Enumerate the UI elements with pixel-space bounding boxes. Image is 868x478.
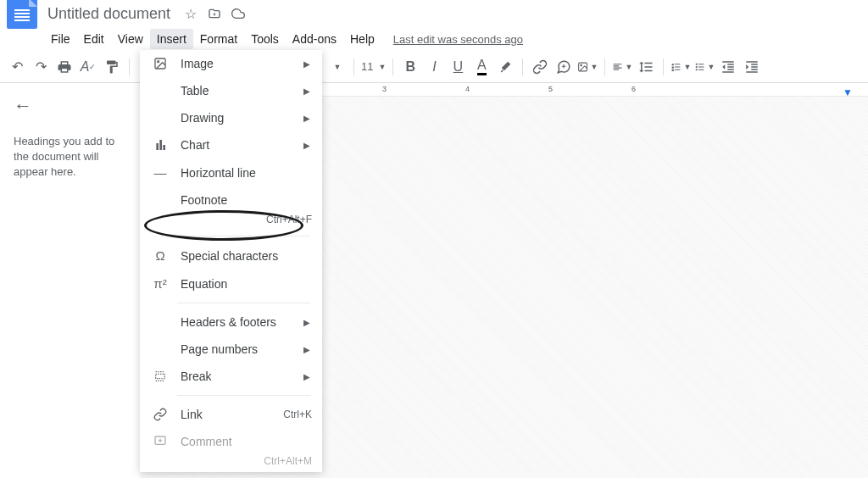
star-icon[interactable]: ☆ [184, 7, 198, 20]
insert-comment-icon[interactable] [554, 57, 574, 77]
insert-dropdown-menu: Image ▶ Table ▶ Drawing ▶ Chart ▶ — Hori… [140, 50, 322, 472]
menu-item-link[interactable]: Link Ctrl+K [140, 401, 322, 428]
menu-item-break[interactable]: Break ▶ [140, 363, 322, 390]
chevron-right-icon: ▶ [303, 141, 310, 150]
svg-point-3 [696, 65, 698, 67]
align-icon[interactable]: ▼ [612, 57, 632, 77]
menu-view[interactable]: View [111, 29, 150, 49]
increase-indent-icon[interactable] [742, 57, 762, 77]
highlight-icon[interactable] [495, 57, 515, 77]
menu-item-headers-footers[interactable]: Headers & footers ▶ [140, 308, 322, 336]
menu-item-chart[interactable]: Chart ▶ [140, 131, 322, 158]
italic-icon[interactable]: I [424, 57, 444, 77]
line-spacing-icon[interactable] [636, 57, 656, 77]
menu-item-footnote[interactable]: Footnote [140, 186, 322, 214]
svg-point-1 [581, 64, 582, 66]
menu-item-table[interactable]: Table ▶ [140, 77, 322, 104]
font-size-input[interactable]: 11 ▼ [361, 60, 386, 73]
image-icon [152, 57, 169, 70]
chevron-right-icon: ▶ [303, 114, 310, 123]
menu-item-image[interactable]: Image ▶ [140, 50, 322, 77]
last-edit-link[interactable]: Last edit was seconds ago [393, 33, 523, 46]
chevron-right-icon: ▶ [303, 86, 310, 96]
menu-tools[interactable]: Tools [244, 29, 286, 49]
underline-icon[interactable]: U [448, 57, 468, 77]
svg-point-4 [696, 69, 698, 70]
bold-icon[interactable]: B [400, 57, 420, 77]
chevron-right-icon: ▶ [303, 59, 310, 69]
footnote-shortcut: Ctrl+Alt+F [140, 214, 322, 231]
equation-icon: π² [152, 276, 169, 291]
menu-insert[interactable]: Insert [150, 29, 193, 49]
menu-item-comment[interactable]: Comment [140, 428, 322, 455]
menu-item-drawing[interactable]: Drawing ▶ [140, 104, 322, 131]
insert-image-icon[interactable]: ▼ [577, 57, 598, 77]
menu-file[interactable]: File [44, 29, 77, 49]
break-icon [152, 370, 169, 383]
horizontal-line-icon: — [152, 165, 169, 180]
docs-app-icon[interactable] [7, 0, 37, 29]
ruler-right-indent-icon[interactable]: ▼ [843, 86, 853, 98]
svg-point-2 [696, 63, 698, 64]
comment-icon [152, 435, 169, 448]
move-folder-icon[interactable] [208, 7, 221, 20]
spellcheck-icon[interactable]: A✓ [78, 57, 98, 77]
back-arrow-icon[interactable]: ← [14, 95, 126, 117]
document-title[interactable]: Untitled document [47, 5, 170, 23]
outline-sidebar: ← Headings you add to the document will … [0, 83, 140, 478]
cloud-status-icon[interactable] [231, 7, 245, 20]
insert-link-icon[interactable] [530, 57, 550, 77]
omega-icon: Ω [152, 248, 169, 263]
decrease-indent-icon[interactable] [718, 57, 738, 77]
toolbar: ↶ ↷ A✓ ▼ 11 ▼ B I U A ▼ ▼ ▼ ▼ [0, 51, 868, 83]
menu-item-equation[interactable]: π² Equation [140, 270, 322, 297]
chevron-right-icon: ▶ [303, 372, 310, 381]
menu-format[interactable]: Format [193, 29, 244, 49]
text-color-icon[interactable]: A [471, 57, 492, 77]
menu-help[interactable]: Help [343, 29, 381, 49]
bullet-list-icon[interactable]: ▼ [694, 57, 715, 77]
menu-item-horizontal-line[interactable]: — Horizontal line [140, 158, 322, 186]
print-icon[interactable] [54, 57, 75, 77]
redo-icon[interactable]: ↷ [31, 57, 51, 77]
menu-edit[interactable]: Edit [77, 29, 111, 49]
undo-icon[interactable]: ↶ [7, 57, 27, 77]
menu-item-special-characters[interactable]: Ω Special characters [140, 242, 322, 270]
svg-point-6 [158, 61, 159, 63]
chevron-right-icon: ▶ [303, 345, 310, 354]
link-icon [152, 408, 169, 421]
chart-icon [152, 138, 169, 152]
chevron-right-icon: ▶ [303, 318, 310, 327]
styles-dropdown[interactable]: ▼ [326, 57, 347, 77]
comment-shortcut: Ctrl+Alt+M [140, 455, 322, 472]
menubar: File Edit View Insert Format Tools Add-o… [0, 27, 868, 51]
checklist-icon[interactable]: ▼ [670, 57, 691, 77]
outline-hint-text: Headings you add to the document will ap… [14, 134, 126, 181]
menu-item-page-numbers[interactable]: Page numbers ▶ [140, 336, 322, 363]
menu-addons[interactable]: Add-ons [286, 29, 343, 49]
paint-format-icon[interactable] [102, 57, 122, 77]
